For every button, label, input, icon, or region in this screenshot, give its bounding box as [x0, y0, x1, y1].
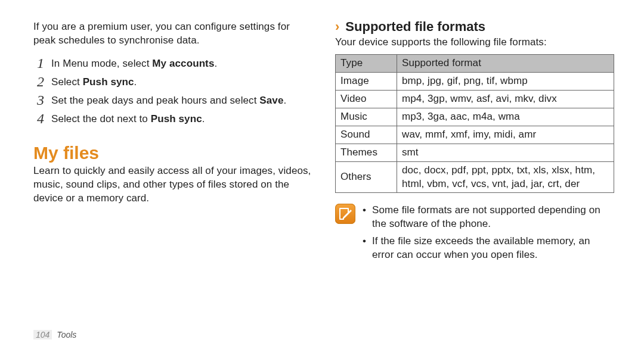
step-text-post: . [283, 95, 286, 106]
cell-format: wav, mmf, xmf, imy, midi, amr [397, 126, 614, 144]
step-3: 3 Set the peak days and peak hours and s… [33, 92, 312, 110]
page: If you are a premium user, you can confi… [0, 0, 644, 349]
cell-type: Others [336, 161, 397, 193]
step-4: 4 Select the dot next to Push sync. [33, 110, 312, 129]
table-header-row: Type Supported format [336, 54, 614, 72]
steps-list: 1 In Menu mode, select My accounts. 2 Se… [33, 55, 312, 129]
step-2: 2 Select Push sync. [33, 73, 312, 92]
step-text-pre: Set the peak days and peak hours and sel… [51, 95, 259, 106]
premium-intro: If you are a premium user, you can confi… [33, 20, 312, 48]
step-1: 1 In Menu mode, select My accounts. [33, 55, 312, 73]
step-text-pre: Select [51, 76, 83, 88]
cell-format: mp4, 3gp, wmv, asf, avi, mkv, divx [397, 90, 614, 108]
step-text-bold: Save [259, 95, 283, 106]
step-number: 3 [33, 91, 48, 110]
cell-format: mp3, 3ga, aac, m4a, wma [397, 108, 614, 126]
step-text-pre: Select the dot next to [51, 113, 151, 124]
cell-type: Sound [336, 126, 397, 144]
cell-type: Themes [336, 144, 397, 161]
table-header-type: Type [336, 54, 397, 72]
section-title-my-files: My files [33, 143, 312, 163]
formats-table: Type Supported format Image bmp, jpg, gi… [335, 54, 614, 194]
table-row: Others doc, docx, pdf, ppt, pptx, txt, x… [336, 161, 614, 193]
left-column: If you are a premium user, you can confi… [33, 18, 329, 343]
note-item: Some file formats are not supported depe… [363, 204, 614, 231]
cell-type: Video [336, 90, 397, 108]
chevron-right-icon: › [335, 20, 339, 33]
step-text-post: . [214, 58, 217, 69]
cell-type: Music [336, 108, 397, 126]
page-footer: 104 Tools [33, 330, 76, 339]
table-row: Music mp3, 3ga, aac, m4a, wma [336, 108, 614, 126]
step-text-pre: In Menu mode, select [51, 58, 152, 69]
table-row: Themes smt [336, 144, 614, 161]
my-files-description: Learn to quickly and easily access all o… [33, 164, 312, 205]
right-column: › Supported file formats Your device sup… [329, 18, 614, 343]
step-text-bold: Push sync [151, 113, 202, 124]
step-text-post: . [134, 76, 137, 88]
step-number: 4 [33, 109, 48, 128]
table-row: Video mp4, 3gp, wmv, asf, avi, mkv, divx [336, 90, 614, 108]
step-text-bold: Push sync [83, 76, 134, 88]
cell-format: bmp, jpg, gif, png, tif, wbmp [397, 72, 614, 90]
footer-section-name: Tools [57, 330, 76, 339]
formats-intro: Your device supports the following file … [335, 36, 614, 49]
note-block: Some file formats are not supported depe… [335, 204, 614, 266]
step-number: 2 [33, 72, 48, 91]
note-item: If the file size exceeds the available m… [363, 235, 614, 262]
cell-format: smt [397, 144, 614, 161]
cell-type: Image [336, 72, 397, 90]
page-number: 104 [33, 330, 52, 339]
step-text-bold: My accounts [152, 58, 214, 69]
table-row: Image bmp, jpg, gif, png, tif, wbmp [336, 72, 614, 90]
cell-format: doc, docx, pdf, ppt, pptx, txt, xls, xls… [397, 161, 614, 193]
step-number: 1 [33, 54, 48, 73]
note-icon [335, 204, 355, 224]
table-row: Sound wav, mmf, xmf, imy, midi, amr [336, 126, 614, 144]
table-header-format: Supported format [397, 54, 614, 72]
note-list: Some file formats are not supported depe… [363, 204, 614, 266]
subsection-header: › Supported file formats [335, 19, 614, 35]
subsection-title: Supported file formats [345, 19, 485, 35]
step-text-post: . [202, 113, 205, 124]
